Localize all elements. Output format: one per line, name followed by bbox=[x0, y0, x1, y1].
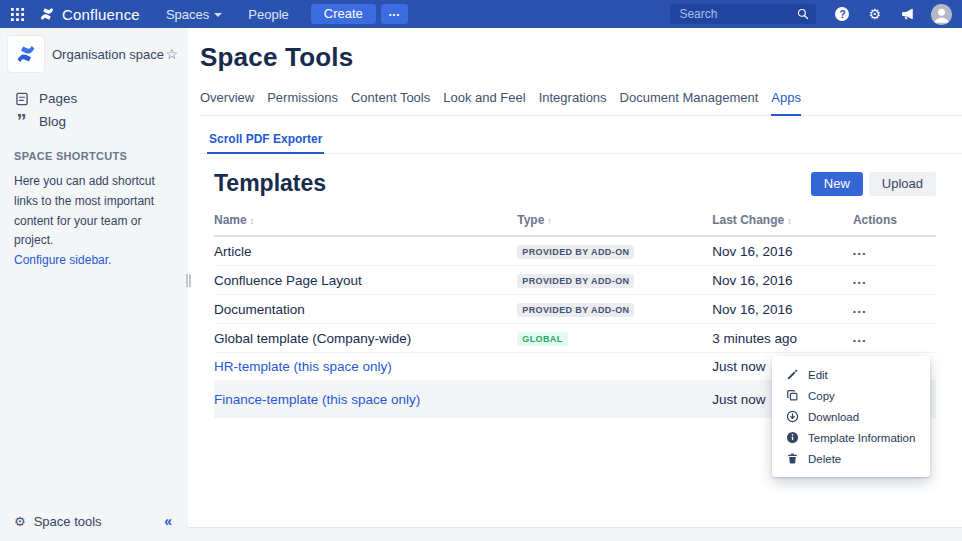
column-header-last-change[interactable]: Last Change↕ bbox=[712, 207, 853, 236]
configure-sidebar-link[interactable]: Configure sidebar. bbox=[14, 253, 174, 267]
row-actions-button[interactable]: ••• bbox=[853, 278, 867, 287]
gear-icon: ⚙ bbox=[14, 514, 26, 529]
menu-item-edit[interactable]: Edit bbox=[772, 364, 930, 385]
menu-item-label: Delete bbox=[808, 453, 841, 465]
help-icon: ? bbox=[835, 7, 849, 21]
sort-icon: ↕ bbox=[250, 216, 255, 226]
menu-item-label: Copy bbox=[808, 390, 835, 402]
column-header-name[interactable]: Name↕ bbox=[214, 207, 517, 236]
sidebar-nav: Pages ” Blog bbox=[0, 87, 188, 133]
type-badge: PROVIDED BY ADD-ON bbox=[517, 245, 634, 259]
product-name: Confluence bbox=[62, 6, 140, 23]
space-name[interactable]: Organisation space bbox=[52, 47, 165, 62]
space-header: Organisation space ☆ bbox=[0, 36, 188, 72]
menu-item-download[interactable]: Download bbox=[772, 406, 930, 427]
table-row: Confluence Page Layout PROVIDED BY ADD-O… bbox=[214, 266, 936, 295]
tab-overview[interactable]: Overview bbox=[200, 88, 254, 115]
template-name: Article bbox=[214, 236, 517, 266]
chevron-down-icon bbox=[214, 13, 222, 17]
sidebar-item-blog[interactable]: ” Blog bbox=[0, 110, 188, 133]
table-header-row: Name↕ Type↑ Last Change↕ Actions bbox=[214, 207, 936, 236]
confluence-logo[interactable]: Confluence bbox=[38, 5, 140, 23]
tab-look-and-feel[interactable]: Look and Feel bbox=[443, 88, 525, 115]
pencil-icon bbox=[786, 368, 799, 381]
space-logo[interactable] bbox=[8, 36, 44, 72]
menu-item-copy[interactable]: Copy bbox=[772, 385, 930, 406]
menu-item-template-information[interactable]: Template Information bbox=[772, 427, 930, 448]
tab-apps[interactable]: Apps bbox=[771, 88, 801, 116]
sidebar-item-pages[interactable]: Pages bbox=[0, 87, 188, 110]
create-button[interactable]: Create bbox=[311, 4, 376, 24]
navbar-more-button[interactable]: ••• bbox=[381, 4, 408, 24]
space-sidebar: Organisation space ☆ Pages bbox=[0, 28, 188, 541]
last-change: 3 minutes ago bbox=[712, 324, 853, 353]
templates-header: Templates New Upload bbox=[214, 170, 936, 197]
help-button[interactable]: ? bbox=[835, 7, 849, 21]
trash-icon bbox=[786, 452, 799, 465]
search-box[interactable] bbox=[670, 4, 816, 24]
row-actions-button[interactable]: ••• bbox=[853, 249, 867, 258]
template-name: Global template (Company-wide) bbox=[214, 324, 517, 353]
new-button[interactable]: New bbox=[811, 172, 863, 196]
avatar-icon bbox=[931, 4, 952, 25]
sidebar-item-label: Pages bbox=[39, 91, 77, 106]
row-actions-menu: Edit Copy bbox=[772, 356, 930, 477]
template-name-link[interactable]: HR-template (this space only) bbox=[214, 359, 392, 374]
menu-item-label: Edit bbox=[808, 369, 828, 381]
last-change: Nov 16, 2016 bbox=[712, 295, 853, 324]
nav-people-label: People bbox=[248, 7, 288, 22]
top-navbar: Confluence Spaces People Create ••• ? ⚙ bbox=[0, 0, 962, 28]
page-icon bbox=[14, 92, 29, 106]
sidebar-item-label: Blog bbox=[39, 114, 66, 129]
space-tools-tabs: Overview Permissions Content Tools Look … bbox=[200, 88, 962, 116]
confluence-app: Confluence Spaces People Create ••• ? ⚙ bbox=[0, 0, 962, 541]
nav-people[interactable]: People bbox=[248, 7, 288, 22]
template-name-link[interactable]: Finance-template (this space only) bbox=[214, 392, 420, 407]
megaphone-icon bbox=[900, 7, 914, 21]
app-switcher-icon[interactable] bbox=[10, 7, 25, 22]
tab-integrations[interactable]: Integrations bbox=[539, 88, 607, 115]
collapse-sidebar-icon[interactable]: « bbox=[164, 513, 172, 529]
menu-item-delete[interactable]: Delete bbox=[772, 448, 930, 469]
upload-button[interactable]: Upload bbox=[869, 172, 936, 196]
table-row: Global template (Company-wide) GLOBAL 3 … bbox=[214, 324, 936, 353]
type-badge: PROVIDED BY ADD-ON bbox=[517, 303, 634, 317]
type-badge-global: GLOBAL bbox=[517, 332, 567, 346]
search-input[interactable] bbox=[677, 6, 797, 22]
nav-spaces-label: Spaces bbox=[166, 7, 209, 22]
tab-permissions[interactable]: Permissions bbox=[267, 88, 338, 115]
tab-scroll-pdf-exporter[interactable]: Scroll PDF Exporter bbox=[207, 132, 324, 154]
space-shortcuts-heading: SPACE SHORTCUTS bbox=[14, 150, 174, 162]
menu-item-label: Download bbox=[808, 411, 859, 423]
column-header-type[interactable]: Type↑ bbox=[517, 207, 712, 236]
space-shortcuts-description: Here you can add shortcut links to the m… bbox=[14, 172, 172, 251]
last-change: Nov 16, 2016 bbox=[712, 236, 853, 266]
quote-icon: ” bbox=[14, 116, 29, 128]
favorite-star-icon[interactable]: ☆ bbox=[165, 46, 178, 62]
space-tools-link[interactable]: Space tools bbox=[34, 514, 102, 529]
user-avatar[interactable] bbox=[931, 4, 952, 25]
copy-icon bbox=[786, 389, 799, 402]
column-header-actions: Actions bbox=[853, 207, 936, 236]
download-icon bbox=[786, 410, 799, 423]
template-name: Documentation bbox=[214, 295, 517, 324]
template-name: Confluence Page Layout bbox=[214, 266, 517, 295]
row-actions-button[interactable]: ••• bbox=[853, 307, 867, 316]
confluence-space-icon bbox=[14, 42, 38, 66]
type-badge: PROVIDED BY ADD-ON bbox=[517, 274, 634, 288]
search-icon bbox=[797, 8, 809, 20]
sidebar-resize-handle[interactable] bbox=[186, 274, 191, 287]
tab-document-management[interactable]: Document Management bbox=[620, 88, 759, 115]
row-actions-button[interactable]: ••• bbox=[853, 336, 867, 345]
content-area: Organisation space ☆ Pages bbox=[0, 28, 962, 541]
main-panel: Space Tools Overview Permissions Content… bbox=[188, 28, 962, 541]
app-tabs: Scroll PDF Exporter bbox=[200, 129, 962, 154]
settings-button[interactable]: ⚙ bbox=[868, 7, 881, 21]
gear-icon: ⚙ bbox=[868, 7, 881, 21]
announcements-button[interactable] bbox=[900, 7, 914, 21]
nav-spaces[interactable]: Spaces bbox=[166, 7, 222, 22]
tab-content-tools[interactable]: Content Tools bbox=[351, 88, 430, 115]
sidebar-footer: ⚙ Space tools « bbox=[0, 503, 188, 541]
sort-asc-icon: ↑ bbox=[547, 216, 552, 226]
templates-title: Templates bbox=[214, 170, 811, 197]
